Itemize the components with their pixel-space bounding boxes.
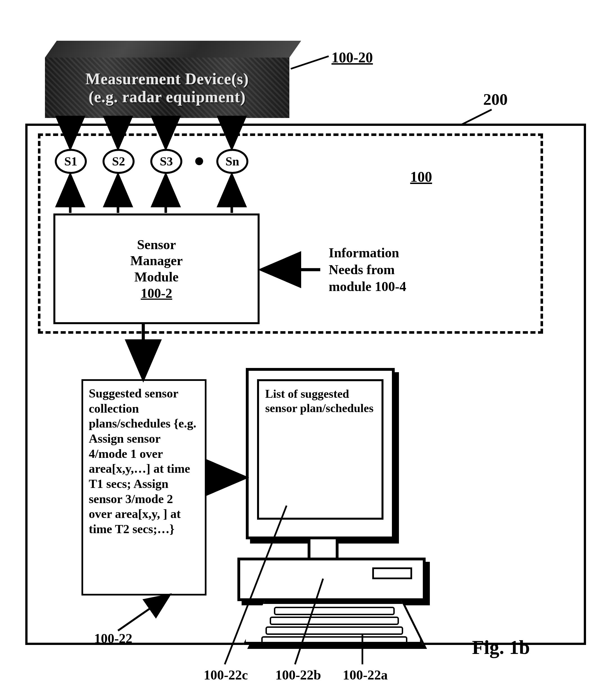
base-slot — [372, 567, 412, 579]
smm-line3: Module — [134, 269, 179, 285]
monitor-screen: List of suggested sensor plan/schedules — [257, 379, 383, 520]
device-front-face: Measurement Device(s) (e.g. radar equipm… — [45, 57, 289, 118]
device-label-line1: Measurement Device(s) — [86, 70, 249, 88]
ref-label-100-22: 100-22 — [94, 631, 132, 646]
monitor-text: List of suggested sensor plan/schedules — [265, 387, 375, 415]
figure-label: Fig. 1b — [472, 636, 530, 659]
sensor-ellipsis-dot — [195, 157, 203, 165]
info-line3: module 100-4 — [329, 278, 441, 295]
svg-line-1 — [461, 109, 492, 125]
information-needs-label: Information Needs from module 100-4 — [329, 245, 441, 295]
keyboard-key-row — [261, 636, 407, 645]
monitor-neck — [308, 539, 339, 558]
ref-label-100-22b: 100-22b — [275, 667, 321, 683]
sensor-s1: S1 — [55, 149, 87, 174]
info-line2: Needs from — [329, 261, 441, 278]
device-label-line2: (e.g. radar equipment) — [89, 88, 246, 106]
computer-terminal: List of suggested sensor plan/schedules — [230, 365, 438, 635]
sensor-s2-label: S2 — [112, 154, 125, 169]
keyboard-key-row — [270, 617, 399, 625]
info-line1: Information — [329, 245, 441, 261]
measurement-device-block: Measurement Device(s) (e.g. radar equipm… — [45, 41, 289, 118]
suggested-plans-text: Suggested sensor collection plans/schedu… — [89, 386, 199, 537]
keyboard-key-row — [265, 626, 403, 635]
ref-label-100: 100 — [410, 169, 432, 185]
smm-line1: Sensor — [137, 237, 176, 253]
ref-label-100-22c: 100-22c — [204, 667, 248, 683]
sensor-s2: S2 — [103, 149, 134, 174]
smm-line2: Manager — [130, 252, 183, 269]
sensor-s1-label: S1 — [64, 154, 77, 169]
sensor-sn-label: Sn — [225, 154, 239, 169]
sensor-manager-module-box: Sensor Manager Module 100-2 — [53, 213, 260, 324]
sensor-s3-label: S3 — [160, 154, 173, 169]
suggested-plans-box: Suggested sensor collection plans/schedu… — [81, 379, 207, 595]
ref-label-200: 200 — [483, 90, 508, 109]
ref-label-100-20: 100-20 — [331, 49, 373, 66]
ref-label-100-22a: 100-22a — [343, 667, 388, 683]
keyboard-key-row — [274, 607, 395, 615]
sensor-s3: S3 — [150, 149, 182, 174]
sensor-sn: Sn — [216, 149, 248, 174]
device-top-face — [45, 41, 301, 57]
base-body — [237, 558, 426, 601]
svg-line-0 — [291, 56, 329, 69]
smm-ref: 100-2 — [141, 285, 172, 301]
